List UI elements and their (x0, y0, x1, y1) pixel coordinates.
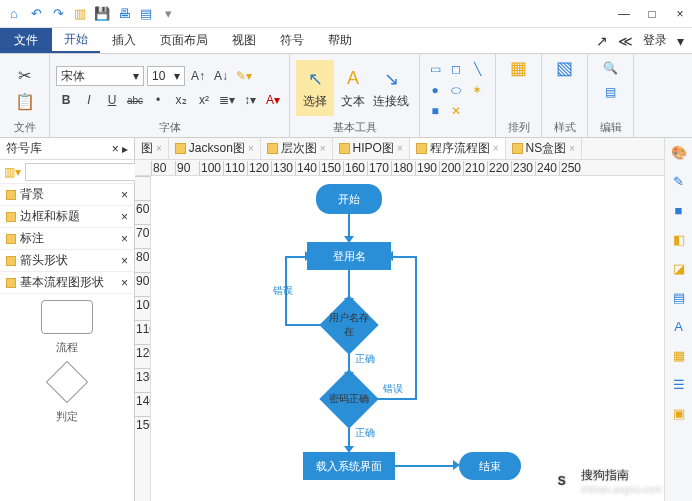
close-icon[interactable]: × (569, 143, 575, 154)
shrink-font-icon[interactable]: A↓ (211, 66, 231, 86)
line-spacing-icon[interactable]: ↕▾ (240, 90, 260, 110)
fill-icon[interactable]: ■ (669, 200, 689, 220)
layers-icon[interactable]: ▤ (601, 82, 621, 102)
underline-button[interactable]: U (102, 90, 122, 110)
panel-close-icon[interactable]: × ▸ (112, 142, 128, 156)
shape-square-icon[interactable]: ■ (426, 102, 444, 120)
image-icon[interactable]: ▦ (669, 345, 689, 365)
save-icon[interactable]: 💾 (92, 4, 112, 24)
doc-icon (267, 143, 278, 154)
superscript-button[interactable]: x² (194, 90, 214, 110)
library-item[interactable]: 背景× (0, 184, 134, 206)
close-icon[interactable]: × (121, 188, 128, 202)
export-icon[interactable]: ▤ (136, 4, 156, 24)
tab-insert[interactable]: 插入 (100, 28, 148, 53)
tab-symbol[interactable]: 符号 (268, 28, 316, 53)
tab-home[interactable]: 开始 (52, 28, 100, 53)
login-dropdown-icon[interactable]: ▾ (677, 33, 684, 49)
shape-x-icon[interactable]: ✕ (447, 102, 465, 120)
doc-tab[interactable]: 层次图× (261, 138, 333, 159)
flow-input[interactable]: 登用名 (307, 242, 391, 270)
close-icon[interactable]: × (121, 254, 128, 268)
shape-preview-process[interactable] (41, 300, 93, 334)
shape-preview-decision[interactable] (46, 361, 88, 403)
close-icon[interactable]: × (493, 143, 499, 154)
maximize-button[interactable]: □ (644, 7, 660, 21)
find-icon[interactable]: 🔍 (601, 58, 621, 78)
share-icon[interactable]: ↗ (596, 33, 608, 49)
shape-star-icon[interactable]: ✶ (468, 81, 486, 99)
theme-icon[interactable]: ◧ (669, 229, 689, 249)
arrange-icon[interactable]: ▦ (509, 58, 529, 78)
connector-tool-button[interactable]: ↘ 连接线 (372, 60, 410, 116)
text-tool-icon[interactable]: A (669, 316, 689, 336)
text-tool-button[interactable]: A 文本 (334, 60, 372, 116)
doc-tab[interactable]: 图× (135, 138, 169, 159)
strike-button[interactable]: abc (125, 90, 145, 110)
library-item[interactable]: 箭头形状× (0, 250, 134, 272)
grow-font-icon[interactable]: A↑ (188, 66, 208, 86)
redo-icon[interactable]: ↷ (48, 4, 68, 24)
paste-icon[interactable]: 📋 (15, 91, 35, 111)
bullets-icon[interactable]: ≣▾ (217, 90, 237, 110)
file-tab[interactable]: 文件 (0, 28, 52, 53)
italic-button[interactable]: I (79, 90, 99, 110)
close-icon[interactable]: × (121, 210, 128, 224)
minimize-button[interactable]: — (616, 7, 632, 21)
shadow-icon[interactable]: ◪ (669, 258, 689, 278)
close-icon[interactable]: × (320, 143, 326, 154)
home-icon[interactable]: ⌂ (4, 4, 24, 24)
font-size-select[interactable]: 10▾ (147, 66, 185, 86)
clear-format-icon[interactable]: • (148, 90, 168, 110)
close-icon[interactable]: × (121, 276, 128, 290)
close-icon[interactable]: × (397, 143, 403, 154)
style-icon[interactable]: ▧ (555, 58, 575, 78)
shape-line-icon[interactable]: ╲ (468, 60, 486, 78)
close-icon[interactable]: × (121, 232, 128, 246)
palette-icon[interactable]: 🎨 (669, 142, 689, 162)
panel-header: 符号库 × ▸ (0, 138, 134, 160)
panel-menu-icon[interactable]: ▥▾ (4, 162, 21, 182)
print-icon[interactable]: 🖶 (114, 4, 134, 24)
shape-rrect-icon[interactable]: ◻ (447, 60, 465, 78)
qat-more-icon[interactable]: ▾ (158, 4, 178, 24)
library-item[interactable]: 边框和标题× (0, 206, 134, 228)
bold-button[interactable]: B (56, 90, 76, 110)
shape-circle-icon[interactable]: ● (426, 81, 444, 99)
close-button[interactable]: × (672, 7, 688, 21)
shape-library-panel: 符号库 × ▸ ▥▾ 🔍 背景× 边框和标题× 标注× 箭头形状× 基本流程图形… (0, 138, 135, 501)
doc-tab[interactable]: 程序流程图× (410, 138, 506, 159)
layers-icon[interactable]: ☰ (669, 374, 689, 394)
login-link[interactable]: 登录 (643, 32, 667, 49)
properties-icon[interactable]: ▣ (669, 403, 689, 423)
shape-ellipse-icon[interactable]: ⬭ (447, 81, 465, 99)
pen-icon[interactable]: ✎ (669, 171, 689, 191)
doc-tab[interactable]: Jackson图× (169, 138, 261, 159)
tab-page-layout[interactable]: 页面布局 (148, 28, 220, 53)
new-icon[interactable]: ▥ (70, 4, 90, 24)
font-name-select[interactable]: 宋体▾ (56, 66, 144, 86)
undo-icon[interactable]: ↶ (26, 4, 46, 24)
doc-tab[interactable]: HIPO图× (333, 138, 410, 159)
canvas[interactable]: 开始 登用名 用户名存在 错误 正确 密码正确 (151, 176, 664, 501)
shape-rect-icon[interactable]: ▭ (426, 60, 444, 78)
cut-icon[interactable]: ✂ (15, 65, 35, 85)
library-item[interactable]: 标注× (0, 228, 134, 250)
subscript-button[interactable]: x₂ (171, 90, 191, 110)
shape-gallery[interactable]: ▭ ◻ ╲ ● ⬭ ✶ ■ ✕ (426, 60, 486, 120)
collapse-icon[interactable]: ≪ (618, 33, 633, 49)
doc-tab[interactable]: NS盒图× (506, 138, 583, 159)
close-icon[interactable]: × (248, 143, 254, 154)
font-color-icon[interactable]: A▾ (263, 90, 283, 110)
library-item[interactable]: 基本流程图形状× (0, 272, 134, 294)
close-icon[interactable]: × (156, 143, 162, 154)
tab-view[interactable]: 视图 (220, 28, 268, 53)
flow-start[interactable]: 开始 (316, 184, 382, 214)
shape-label: 流程 (56, 340, 78, 355)
tab-help[interactable]: 帮助 (316, 28, 364, 53)
flow-end[interactable]: 结束 (459, 452, 521, 480)
highlight-icon[interactable]: ✎▾ (234, 66, 254, 86)
flow-process[interactable]: 载入系统界面 (303, 452, 395, 480)
select-tool-button[interactable]: ↖ 选择 (296, 60, 334, 116)
page-icon[interactable]: ▤ (669, 287, 689, 307)
